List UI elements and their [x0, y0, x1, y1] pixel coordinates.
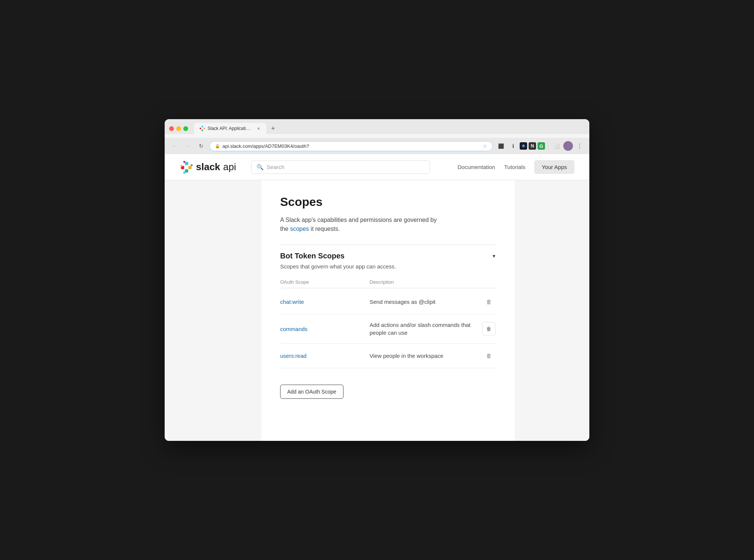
close-button[interactable] [169, 126, 174, 131]
scope-row: commands Add actions and/or slash comman… [280, 314, 496, 344]
site-logo[interactable]: slack api [180, 160, 236, 174]
nav-tutorials[interactable]: Tutorials [504, 164, 525, 170]
g-ext-icon[interactable]: G [538, 142, 545, 150]
svg-rect-9 [183, 160, 185, 162]
back-button[interactable]: ← [169, 141, 180, 151]
browser-tab[interactable]: Slack API: Applications | Test Te... ✕ [194, 123, 266, 134]
bot-token-scopes-group: Bot Token Scopes ▼ Scopes that govern wh… [280, 245, 496, 368]
address-bar[interactable]: 🔒 api.slack.com/apps/AD7EM03K4/oauth? ☆ [209, 141, 493, 151]
svg-rect-2 [202, 130, 203, 131]
delete-users-read-button[interactable]: 🗑 [484, 350, 494, 361]
scope-desc-commands: Add actions and/or slash commands that p… [370, 321, 481, 337]
scopes-group-header: Bot Token Scopes ▼ [280, 245, 496, 263]
browser-window: Slack API: Applications | Test Te... ✕ +… [165, 119, 589, 441]
main-content: Scopes A Slack app's capabilities and pe… [262, 180, 515, 441]
scope-delete-users-read: 🗑 [481, 350, 496, 361]
site-search[interactable]: 🔍 Search [251, 160, 430, 174]
react-ext-icon[interactable]: ⚛ [520, 142, 527, 150]
nav-your-apps[interactable]: Your Apps [534, 160, 574, 174]
section-intro-text-1: A Slack app's capabilities and permissio… [280, 217, 437, 223]
section-title: Scopes [280, 195, 496, 209]
url-text: api.slack.com/apps/AD7EM03K4/oauth? [222, 143, 481, 149]
col-desc-header: Description [370, 279, 496, 285]
scope-delete-chat-write: 🗑 [481, 296, 496, 307]
section-intro-the: the [280, 226, 290, 232]
bot-token-scopes-title: Bot Token Scopes [280, 252, 345, 260]
tab-close-button[interactable]: ✕ [256, 126, 261, 131]
delete-commands-button[interactable]: 🗑 [482, 322, 495, 335]
delete-chat-write-button[interactable]: 🗑 [484, 296, 494, 307]
new-tab-button[interactable]: + [268, 123, 278, 134]
browser-toolbar: ← → ↻ 🔒 api.slack.com/apps/AD7EM03K4/oau… [165, 138, 589, 154]
menu-icon[interactable]: ⋮ [574, 141, 585, 151]
slack-logo-icon [180, 160, 193, 174]
scopes-table-header: OAuth Scope Description [280, 276, 496, 288]
scope-delete-commands: 🗑 [481, 322, 496, 335]
lock-icon: 🔒 [215, 144, 220, 149]
right-panel [515, 180, 589, 441]
scope-row: users:read View people in the workspace … [280, 344, 496, 368]
browser-controls: Slack API: Applications | Test Te... ✕ + [169, 123, 585, 134]
svg-rect-5 [185, 162, 188, 165]
nav-documentation[interactable]: Documentation [457, 164, 495, 170]
chevron-down-icon[interactable]: ▼ [492, 254, 496, 259]
scope-name-users-read[interactable]: users:read [280, 353, 370, 359]
maximize-button[interactable] [183, 126, 188, 131]
tab-favicon [199, 125, 205, 131]
svg-rect-10 [191, 164, 193, 166]
forward-button[interactable]: → [183, 141, 193, 151]
svg-rect-1 [202, 126, 203, 127]
sidebar [165, 180, 262, 441]
logo-slack-text: slack [196, 161, 220, 173]
svg-rect-7 [188, 166, 191, 169]
scope-desc-chat-write: Send messages as @clipit [370, 298, 481, 306]
cast-icon[interactable]: ⬛ [496, 141, 506, 151]
scope-desc-users-read: View people in the workspace [370, 352, 481, 360]
traffic-lights [169, 126, 188, 131]
user-avatar[interactable] [563, 141, 573, 151]
info-icon[interactable]: ℹ [508, 141, 518, 151]
scope-row: chat:write Send messages as @clipit 🗑 [280, 290, 496, 314]
reload-button[interactable]: ↻ [196, 141, 206, 151]
site-header: slack api 🔍 Search Documentation Tutoria… [165, 154, 589, 180]
scopes-link[interactable]: scopes [290, 226, 309, 232]
toolbar-separator [548, 142, 548, 150]
browser-actions: ⬛ ℹ ⚛ N G ⬜ ⋮ [496, 141, 585, 151]
main-layout: Scopes A Slack app's capabilities and pe… [165, 180, 589, 441]
site-nav: Documentation Tutorials Your Apps [457, 160, 574, 174]
n-ext-icon[interactable]: N [529, 142, 536, 150]
section-intro: A Slack app's capabilities and permissio… [280, 216, 496, 233]
svg-rect-8 [181, 165, 183, 166]
search-icon: 🔍 [257, 164, 264, 171]
screen-share-icon[interactable]: ⬜ [551, 141, 562, 151]
section-intro-requests: it requests. [311, 226, 340, 232]
minimize-button[interactable] [176, 126, 181, 131]
svg-rect-6 [185, 169, 188, 172]
browser-chrome: Slack API: Applications | Test Te... ✕ + [165, 119, 589, 134]
svg-rect-0 [200, 128, 201, 129]
star-icon[interactable]: ☆ [483, 143, 487, 149]
search-placeholder: Search [267, 164, 285, 170]
bot-token-scopes-desc: Scopes that govern what your app can acc… [280, 263, 496, 270]
svg-rect-11 [183, 171, 185, 173]
page-content: slack api 🔍 Search Documentation Tutoria… [165, 154, 589, 441]
col-scope-header: OAuth Scope [280, 279, 370, 285]
logo-api-text: api [223, 161, 236, 173]
scope-name-chat-write[interactable]: chat:write [280, 299, 370, 305]
scope-name-commands[interactable]: commands [280, 326, 370, 332]
tab-title: Slack API: Applications | Test Te... [207, 126, 252, 131]
svg-rect-3 [203, 128, 205, 129]
tab-bar: Slack API: Applications | Test Te... ✕ + [194, 123, 585, 134]
add-oauth-scope-button[interactable]: Add an OAuth Scope [280, 385, 343, 399]
